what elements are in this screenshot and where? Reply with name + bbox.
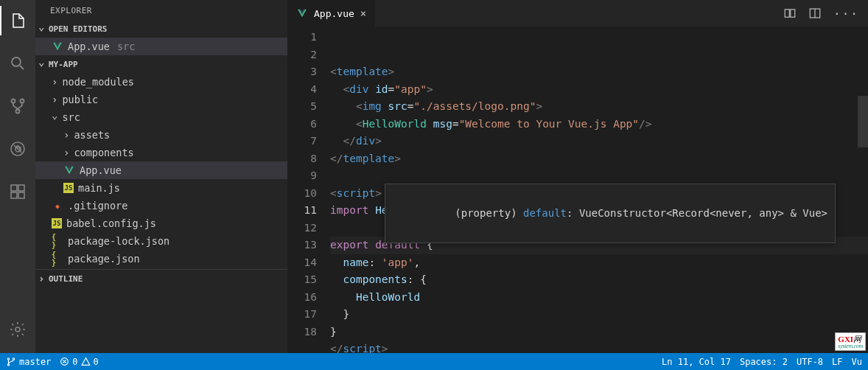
status-encoding[interactable]: UTF-8 (797, 357, 823, 367)
tree-item-main-js[interactable]: JSmain.js (35, 179, 287, 197)
svg-point-15 (13, 357, 14, 359)
svg-point-2 (21, 100, 24, 103)
code-line[interactable]: <div id="app"> (330, 81, 868, 99)
tree-item-label: main.js (78, 182, 120, 194)
chevron-icon (63, 147, 69, 158)
statusbar: master 0 0 Ln 11, Col 17 Spaces: 2 UTF-8… (0, 353, 868, 370)
svg-rect-6 (11, 185, 17, 191)
tab-app-vue[interactable]: App.vue × (287, 0, 376, 27)
tree-item-src[interactable]: src (35, 108, 287, 126)
split-editor-icon[interactable] (808, 7, 822, 20)
status-problems[interactable]: 0 0 (60, 357, 98, 367)
svg-rect-7 (11, 192, 17, 198)
code-line[interactable]: } (330, 306, 868, 324)
svg-rect-11 (785, 10, 789, 18)
chevron-right-icon (38, 273, 47, 285)
activity-bar (0, 0, 35, 353)
svg-point-1 (12, 100, 15, 103)
js-icon: JS (52, 218, 62, 228)
tree-item-app-vue[interactable]: App.vue (35, 161, 287, 179)
source-control-icon[interactable] (0, 91, 35, 121)
editor[interactable]: 123456789101112131415161718 <template> <… (287, 27, 868, 353)
tree-item-label: babel.config.js (66, 217, 156, 229)
section-open-editors[interactable]: OPEN EDITORS (35, 20, 287, 38)
status-spaces[interactable]: Spaces: 2 (740, 357, 788, 367)
code-area[interactable]: <template> <div id="app"> <img src="./as… (330, 27, 868, 353)
explorer-icon[interactable] (0, 6, 35, 35)
status-cursor[interactable]: Ln 11, Col 17 (662, 357, 731, 367)
chevron-down-icon (38, 23, 47, 35)
tree-item-components[interactable]: components (35, 144, 287, 161)
compare-icon[interactable] (783, 7, 797, 20)
chevron-icon (63, 129, 69, 141)
code-line[interactable] (330, 167, 868, 185)
tree-item-babel-config-js[interactable]: JSbabel.config.js (35, 214, 287, 232)
code-line[interactable]: <HelloWorld msg="Welcome to Your Vue.js … (330, 116, 868, 133)
vue-icon (52, 41, 63, 52)
tree-item-public[interactable]: public (35, 91, 287, 108)
code-line[interactable]: </div> (330, 133, 868, 150)
tree-item-package-json[interactable]: { }package.json (35, 250, 287, 268)
json-icon: { } (52, 235, 63, 247)
svg-point-16 (7, 363, 9, 365)
editor-group: App.vue × ··· 12345678910111213141516171… (287, 0, 868, 353)
gutter: 123456789101112131415161718 (287, 27, 330, 353)
tree-item-node-modules[interactable]: node_modules (35, 73, 287, 91)
tree-item-label: .gitignore (68, 200, 127, 212)
code-line[interactable]: <img src="./assets/logo.png"> (330, 98, 868, 116)
hover-tooltip: (property) default: VueConstructor<Recor… (385, 184, 836, 243)
svg-rect-12 (791, 10, 795, 18)
open-editor-item[interactable]: App.vue src (35, 38, 287, 55)
git-icon: ◆ (52, 200, 63, 212)
svg-rect-8 (18, 192, 24, 198)
chevron-icon (52, 94, 57, 105)
tab-actions: ··· (783, 0, 868, 27)
tree-item-label: assets (74, 129, 110, 141)
chevron-icon (52, 76, 57, 88)
code-line[interactable]: </script> (330, 341, 868, 353)
svg-point-10 (15, 327, 20, 332)
more-icon[interactable]: ··· (833, 7, 859, 21)
tree-item-assets[interactable]: assets (35, 126, 287, 144)
json-icon: { } (52, 253, 63, 265)
search-icon[interactable] (0, 49, 35, 78)
vue-icon (63, 164, 75, 176)
vue-icon (296, 7, 308, 19)
watermark: GXI网 system.com (835, 332, 866, 351)
tabs: App.vue × ··· (287, 0, 868, 27)
tree-item-label: public (62, 94, 98, 105)
tree-item-label: src (62, 111, 80, 123)
minimap-slider[interactable] (858, 96, 868, 147)
section-project[interactable]: MY-APP (35, 55, 287, 73)
code-line[interactable]: name: 'app', (330, 254, 868, 272)
close-icon[interactable]: × (360, 7, 366, 19)
chevron-icon (52, 111, 57, 123)
debug-icon[interactable] (0, 134, 35, 164)
code-line[interactable]: HelloWorld (330, 289, 868, 307)
tree-item-label: package.json (68, 253, 140, 265)
svg-point-0 (12, 57, 21, 66)
settings-icon[interactable] (0, 315, 35, 344)
tree-item-package-lock-json[interactable]: { }package-lock.json (35, 232, 287, 250)
chevron-down-icon (38, 58, 47, 70)
extensions-icon[interactable] (0, 177, 35, 206)
code-line[interactable]: </template> (330, 150, 868, 168)
status-eol[interactable]: LF (832, 357, 842, 367)
status-branch[interactable]: master (6, 357, 51, 367)
tree-item-label: package-lock.json (68, 235, 169, 247)
js-icon: JS (63, 183, 74, 193)
sidebar-title: EXPLORER (35, 0, 287, 20)
svg-point-14 (7, 357, 9, 359)
tree-item--gitignore[interactable]: ◆.gitignore (35, 197, 287, 214)
svg-point-3 (16, 110, 20, 114)
code-line[interactable]: components: { (330, 271, 868, 289)
code-line[interactable]: } (330, 324, 868, 341)
tree-item-label: components (74, 147, 133, 158)
section-outline[interactable]: OUTLINE (35, 269, 287, 287)
status-language[interactable]: Vu (852, 357, 862, 367)
svg-rect-9 (18, 185, 24, 191)
tree-item-label: App.vue (80, 164, 122, 176)
tree-item-label: node_modules (62, 76, 134, 88)
sidebar: EXPLORER OPEN EDITORS App.vue src MY-APP… (35, 0, 287, 353)
code-line[interactable]: <template> (330, 63, 868, 81)
